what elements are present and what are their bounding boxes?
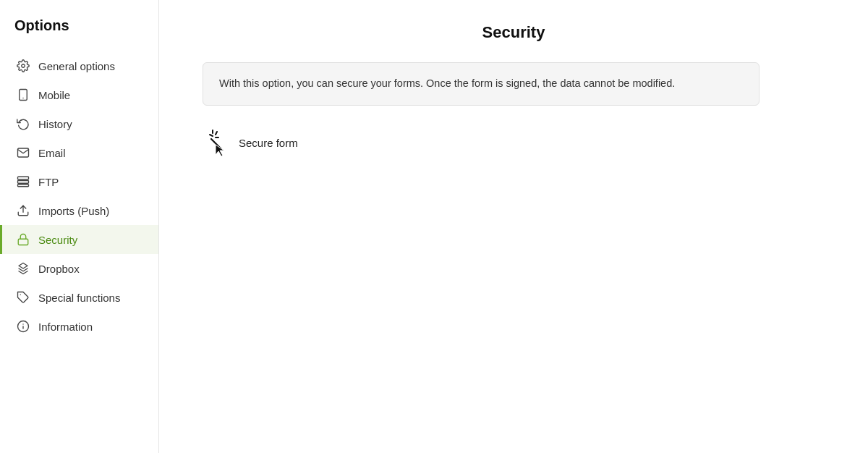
sidebar-item-special-functions[interactable]: Special functions xyxy=(0,283,158,312)
sidebar-item-mobile[interactable]: Mobile xyxy=(0,80,158,109)
sidebar-item-label: Information xyxy=(38,321,93,333)
svg-rect-1 xyxy=(20,90,27,101)
history-icon xyxy=(17,117,30,130)
svg-rect-3 xyxy=(18,177,29,179)
info-icon xyxy=(17,320,30,333)
wand-cursor-icon xyxy=(203,129,231,158)
svg-rect-7 xyxy=(18,239,28,245)
imports-icon xyxy=(17,204,30,217)
svg-line-14 xyxy=(216,132,217,135)
sidebar-item-label: Security xyxy=(38,234,77,246)
tag-icon xyxy=(17,291,30,304)
sidebar-item-email[interactable]: Email xyxy=(0,138,158,167)
secure-form-row: Secure form xyxy=(203,126,825,161)
sidebar-item-label: FTP xyxy=(38,176,59,188)
ftp-icon xyxy=(17,175,30,188)
sidebar-item-label: Special functions xyxy=(38,292,120,304)
info-text: With this option, you can secure your fo… xyxy=(219,77,675,89)
sidebar-item-security[interactable]: Security xyxy=(0,225,158,254)
main-content: Security With this option, you can secur… xyxy=(159,0,868,453)
gear-icon xyxy=(17,59,30,72)
sidebar-item-general-options[interactable]: General options xyxy=(0,51,158,80)
sidebar-item-imports-push[interactable]: Imports (Push) xyxy=(0,196,158,225)
svg-point-0 xyxy=(22,64,25,68)
mobile-icon xyxy=(17,88,30,101)
dropbox-icon xyxy=(17,262,30,275)
svg-line-13 xyxy=(210,135,213,136)
secure-form-label: Secure form xyxy=(239,137,298,149)
sidebar-item-label: Email xyxy=(38,147,66,159)
sidebar-item-dropbox[interactable]: Dropbox xyxy=(0,254,158,283)
lock-icon xyxy=(17,233,30,246)
svg-rect-4 xyxy=(18,181,29,184)
svg-rect-5 xyxy=(18,185,29,187)
sidebar-item-label: Imports (Push) xyxy=(38,205,109,217)
sidebar: Options General options Mobile History E… xyxy=(0,0,159,453)
sidebar-item-label: Dropbox xyxy=(38,263,80,275)
sidebar-item-ftp[interactable]: FTP xyxy=(0,167,158,196)
info-box: With this option, you can secure your fo… xyxy=(203,62,760,106)
email-icon xyxy=(17,146,30,159)
sidebar-item-information[interactable]: Information xyxy=(0,312,158,341)
page-title: Security xyxy=(203,23,825,42)
sidebar-title: Options xyxy=(0,17,158,51)
sidebar-item-label: Mobile xyxy=(38,89,70,101)
sidebar-item-history[interactable]: History xyxy=(0,109,158,138)
svg-marker-17 xyxy=(216,145,224,156)
sidebar-item-label: History xyxy=(38,118,72,130)
sidebar-item-label: General options xyxy=(38,60,115,72)
